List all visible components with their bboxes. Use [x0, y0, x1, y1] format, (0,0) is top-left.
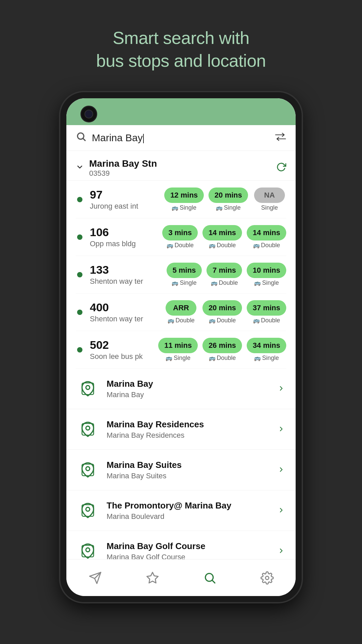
- bus-row: 97 Jurong east int 12 mins 🚌 Single 20 m…: [76, 181, 286, 218]
- time-pill: 14 mins 🚌 Double: [202, 225, 242, 249]
- time-label: 🚌 Double: [167, 242, 194, 249]
- svg-point-8: [86, 507, 90, 512]
- list-item[interactable]: Marina Bay Residences Marina Bay Residen…: [66, 409, 296, 450]
- nav-settings[interactable]: [260, 571, 274, 585]
- location-name: Marina Bay Suites: [107, 460, 182, 470]
- bus-info: 400 Shenton way ter: [90, 301, 150, 323]
- time-label: 🚌 Double: [211, 279, 238, 286]
- nav-directions[interactable]: [88, 571, 102, 585]
- phone-frame: Marina Bay Marina Bay Stn 03539: [60, 92, 302, 602]
- time-badge: 26 mins: [202, 338, 242, 353]
- bus-dot: [77, 197, 82, 202]
- location-name: Marina Bay: [107, 379, 153, 389]
- svg-point-10: [86, 548, 90, 552]
- svg-point-17: [265, 576, 269, 580]
- list-item[interactable]: Marina Bay Marina Bay: [66, 369, 296, 409]
- time-label: 🚌 Double: [253, 242, 280, 249]
- bus-line-indicator: [76, 272, 84, 277]
- time-badge: 12 mins: [164, 187, 204, 203]
- time-label: 🚌 Double: [209, 355, 236, 362]
- time-pill: 37 mins 🚌 Double: [247, 300, 286, 324]
- phone-screen: Marina Bay Marina Bay Stn 03539: [66, 98, 296, 596]
- svg-line-1: [83, 139, 85, 141]
- location-text: Marina Bay Suites Marina Bay Suites: [107, 460, 182, 480]
- bus-row: 133 Shenton way ter 5 mins 🚌 Single 7 mi…: [76, 256, 286, 293]
- location-map-icon: [77, 419, 99, 440]
- bus-list: 97 Jurong east int 12 mins 🚌 Single 20 m…: [66, 181, 296, 369]
- bus-times: ARR 🚌 Double 20 mins 🚌 Double 37 mins 🚌 …: [164, 300, 286, 324]
- time-pill: 20 mins 🚌 Double: [202, 300, 242, 324]
- search-icon: [76, 131, 86, 145]
- bus-info: 502 Soon lee bus pk: [90, 338, 150, 361]
- bus-line-indicator: [76, 310, 84, 315]
- refresh-button[interactable]: [276, 162, 286, 174]
- bus-number: 106: [90, 226, 150, 239]
- time-pill: 3 mins 🚌 Double: [162, 225, 198, 249]
- time-pill: 12 mins 🚌 Single: [164, 187, 204, 211]
- page-title: Smart search with bus stops and location: [96, 27, 266, 72]
- bottom-nav: [66, 559, 296, 596]
- time-pill: 20 mins 🚌 Single: [208, 187, 248, 211]
- location-name: The Promontory@ Marina Bay: [107, 500, 231, 511]
- nav-search[interactable]: [203, 571, 217, 585]
- bus-info: 133 Shenton way ter: [90, 263, 150, 286]
- location-text: Marina Bay Golf Course Marina Bay Golf C…: [107, 541, 205, 559]
- location-map-icon: [77, 540, 99, 559]
- list-item[interactable]: The Promontory@ Marina Bay Marina Boulev…: [66, 490, 296, 531]
- time-pill: 7 mins 🚌 Double: [206, 263, 242, 286]
- time-badge: 5 mins: [167, 263, 202, 278]
- status-bar: [66, 98, 296, 125]
- list-item[interactable]: Marina Bay Golf Course Marina Bay Golf C…: [66, 531, 296, 559]
- time-pill: 11 mins 🚌 Single: [158, 338, 198, 362]
- time-badge: 14 mins: [247, 225, 286, 240]
- location-text: The Promontory@ Marina Bay Marina Boulev…: [107, 500, 231, 521]
- location-sub: Marina Bay Residences: [107, 431, 204, 440]
- time-badge: 20 mins: [208, 187, 248, 203]
- svg-marker-14: [147, 572, 158, 583]
- time-badge: 37 mins: [247, 300, 286, 316]
- bus-row: 106 Opp mas bldg 3 mins 🚌 Double 14 mins…: [76, 218, 286, 256]
- swap-icon[interactable]: [275, 132, 286, 144]
- bus-info: 106 Opp mas bldg: [90, 226, 150, 248]
- time-label: 🚌 Single: [254, 355, 279, 362]
- nav-favorites[interactable]: [146, 571, 159, 585]
- content-scroll[interactable]: Marina Bay Stn 03539 97: [66, 151, 296, 559]
- bus-dot: [77, 272, 82, 277]
- location-sub: Marina Bay: [107, 390, 153, 399]
- collapse-icon[interactable]: [76, 163, 84, 173]
- time-pill: 10 mins 🚌 Single: [247, 263, 286, 286]
- bus-dot: [77, 310, 82, 315]
- arr-badge: ARR: [166, 300, 196, 316]
- time-label: 🚌 Single: [172, 204, 196, 211]
- search-input[interactable]: Marina Bay: [92, 132, 275, 144]
- time-label: 🚌 Double: [209, 317, 236, 324]
- bus-line-indicator: [76, 197, 84, 202]
- bus-dot: [77, 234, 82, 240]
- station-header: Marina Bay Stn 03539: [66, 151, 296, 181]
- bus-row: 502 Soon lee bus pk 11 mins 🚌 Single 26 …: [76, 331, 286, 369]
- bus-destination: Shenton way ter: [90, 277, 150, 286]
- time-pill: 26 mins 🚌 Double: [202, 338, 242, 362]
- search-bar[interactable]: Marina Bay: [66, 125, 296, 151]
- bus-times: 12 mins 🚌 Single 20 mins 🚌 Single NA Sin…: [164, 187, 286, 211]
- time-pill-arr: ARR 🚌 Double: [164, 300, 198, 324]
- location-text: Marina Bay Marina Bay: [107, 379, 153, 399]
- bus-destination: Jurong east int: [90, 202, 150, 211]
- time-pill: NA Single: [253, 187, 286, 211]
- bus-destination: Soon lee bus pk: [90, 352, 150, 361]
- bus-row: 400 Shenton way ter ARR 🚌 Double 20 mins…: [76, 293, 286, 331]
- svg-line-16: [212, 580, 215, 583]
- bus-dot: [77, 347, 82, 353]
- time-label: 🚌 Single: [166, 355, 190, 362]
- bus-destination: Shenton way ter: [90, 315, 150, 323]
- bus-times: 5 mins 🚌 Single 7 mins 🚌 Double 10 mins …: [167, 263, 286, 286]
- station-name: Marina Bay Stn: [89, 158, 157, 169]
- time-badge: 11 mins: [158, 338, 198, 353]
- location-sub: Marina Boulevard: [107, 512, 231, 521]
- time-badge: 20 mins: [202, 300, 242, 316]
- svg-point-6: [86, 467, 90, 471]
- bus-number: 97: [90, 188, 150, 201]
- bus-destination: Opp mas bldg: [90, 239, 150, 248]
- bus-times: 11 mins 🚌 Single 26 mins 🚌 Double 34 min…: [158, 338, 286, 362]
- list-item[interactable]: Marina Bay Suites Marina Bay Suites: [66, 450, 296, 490]
